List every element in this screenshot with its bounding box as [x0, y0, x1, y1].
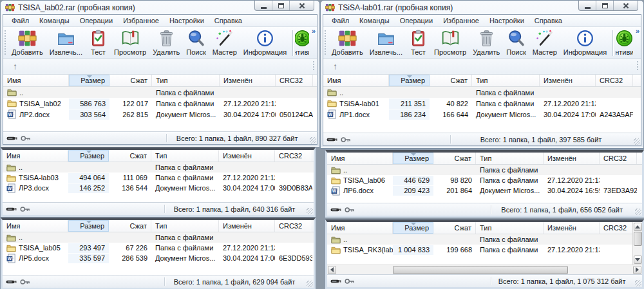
column-header-name[interactable]: Имя	[327, 153, 393, 164]
title-bar[interactable]: TSiSA-lab01.rar (пробная копия)	[321, 1, 643, 14]
column-header-modified[interactable]: Изменён	[540, 75, 596, 86]
column-header-type[interactable]: Тип	[151, 220, 219, 232]
column-header-size[interactable]: Размер	[69, 75, 109, 86]
delete-button[interactable]: Удалить	[149, 28, 183, 57]
file-row[interactable]: WЛР3.docx146 252136 544Документ Micros..…	[3, 183, 314, 193]
resize-grip[interactable]	[635, 280, 641, 286]
resize-grip[interactable]	[307, 281, 313, 287]
file-row[interactable]: TSiSA-lab03494 064111 069Папка с файлами…	[3, 172, 314, 183]
toolbar-overflow-chevron[interactable]: »	[312, 27, 315, 35]
column-header-packed[interactable]: Сжат	[109, 150, 151, 162]
column-header-packed[interactable]: Сжат	[109, 75, 152, 86]
horizontal-scroll-thumb[interactable]	[393, 266, 569, 274]
column-header-size[interactable]: Размер	[393, 153, 433, 164]
vertical-scrollbar[interactable]	[632, 222, 642, 265]
column-header-name[interactable]: Имя	[3, 150, 68, 162]
up-one-level-button[interactable]: ↑	[327, 62, 343, 71]
extract-button[interactable]: Извлечь...	[46, 28, 86, 57]
scroll-down-button[interactable]	[634, 256, 642, 264]
column-header-name[interactable]: Имя	[323, 75, 389, 86]
file-row[interactable]: WЛР2.docx303 564262 815Документ Micros..…	[3, 109, 317, 120]
menu-item-3[interactable]: Избранное	[118, 15, 164, 26]
column-header-modified[interactable]: Изменён	[219, 150, 275, 162]
column-header-modified[interactable]: Изменён	[220, 75, 276, 86]
column-header-type[interactable]: Тип	[152, 75, 220, 86]
column-header-name[interactable]: Имя	[3, 75, 69, 86]
column-header-modified[interactable]: Изменён	[544, 222, 600, 234]
delete-button[interactable]: Удалить	[469, 28, 503, 57]
file-row[interactable]: WЛР6.docx209 423201 864Документ Micros..…	[327, 185, 642, 196]
menu-item-2[interactable]: Операции	[395, 15, 438, 26]
column-header-size[interactable]: Размер	[389, 75, 430, 86]
column-header-size[interactable]: Размер	[68, 150, 109, 162]
column-header-type[interactable]: Тип	[476, 153, 544, 164]
extract-button[interactable]: Извлечь...	[366, 28, 406, 57]
resize-grip[interactable]	[635, 209, 641, 215]
minimize-button[interactable]	[255, 1, 272, 10]
test-button[interactable]: Тест	[86, 28, 111, 57]
file-row[interactable]: ..Папка с файлами	[3, 87, 317, 98]
column-header-packed[interactable]: Сжат	[433, 222, 476, 234]
menu-item-4[interactable]: Настройки	[484, 15, 529, 26]
close-button[interactable]	[614, 1, 638, 10]
restore-button[interactable]	[596, 1, 614, 10]
column-header-packed[interactable]: Сжат	[433, 153, 476, 164]
column-header-crc[interactable]: CRC32	[596, 75, 633, 86]
file-row[interactable]: TSiSA-lab01211 35140 822Папка с файлами2…	[323, 98, 641, 109]
file-row[interactable]: WЛР1.docx186 234166 644Документ Micros..…	[323, 109, 641, 120]
toolbar-overflow-chevron[interactable]: »	[636, 27, 639, 35]
menu-item-0[interactable]: Файл	[327, 15, 354, 26]
column-header-crc[interactable]: CRC32	[276, 75, 313, 86]
horizontal-scrollbar[interactable]	[327, 265, 642, 274]
menu-item-5[interactable]: Справка	[209, 15, 247, 26]
column-header-modified[interactable]: Изменён	[219, 220, 275, 232]
menu-item-2[interactable]: Операции	[75, 15, 118, 26]
menu-item-1[interactable]: Команды	[354, 15, 395, 26]
column-header-packed[interactable]: Сжат	[109, 220, 151, 232]
column-header-crc[interactable]: CRC32	[275, 220, 312, 232]
wizard-button[interactable]: Мастер	[529, 28, 560, 57]
file-row[interactable]: TSISA_lab05293 49767 226Папка с файлами2…	[3, 243, 314, 253]
antivirus-button[interactable]: Антивир	[616, 28, 633, 57]
view-button[interactable]: Просмотр	[431, 28, 469, 57]
info-button[interactable]: Информация	[240, 28, 290, 57]
column-header-modified[interactable]: Изменён	[544, 153, 600, 164]
test-button[interactable]: Тест	[406, 28, 431, 57]
search-button[interactable]: Поиск	[183, 28, 209, 57]
vertical-scroll-thumb[interactable]	[634, 232, 642, 246]
resize-grip[interactable]	[307, 208, 313, 214]
column-header-size[interactable]: Размер	[68, 220, 109, 232]
column-header-type[interactable]: Тип	[151, 150, 219, 162]
column-header-size[interactable]: Размер	[393, 222, 433, 234]
file-row[interactable]: TSISA_lab06446 62998 820Папка с файлами2…	[327, 175, 642, 185]
resize-grip[interactable]	[634, 138, 640, 145]
antivirus-button[interactable]: Антивир	[295, 28, 309, 57]
column-header-type[interactable]: Тип	[472, 75, 540, 86]
menu-item-3[interactable]: Избранное	[438, 15, 484, 26]
title-bar[interactable]: TSISA_lab02.rar (пробная копия)	[1, 1, 319, 14]
menu-item-4[interactable]: Настройки	[164, 15, 209, 26]
up-one-level-button[interactable]: ↑	[7, 62, 23, 71]
column-header-crc[interactable]: CRC32	[600, 153, 637, 164]
file-row[interactable]: ..Папка с файлами	[3, 162, 314, 172]
menu-item-1[interactable]: Команды	[34, 15, 75, 26]
scroll-right-button[interactable]	[633, 266, 641, 274]
resize-grip[interactable]	[310, 137, 316, 144]
file-row[interactable]: ..Папка с файлами	[327, 234, 642, 245]
file-row[interactable]: TSISA_lab02586 763122 017Папка с файлами…	[3, 98, 317, 109]
restore-button[interactable]	[272, 1, 290, 10]
search-button[interactable]: Поиск	[503, 28, 529, 57]
file-row[interactable]: WЛР5.docx335 597286 539Документ Micros..…	[3, 253, 314, 263]
column-header-crc[interactable]: CRC32	[600, 222, 637, 234]
file-row[interactable]: ..Папка с файлами	[327, 165, 642, 175]
add-button[interactable]: Добавить	[8, 28, 46, 57]
column-header-type[interactable]: Тип	[476, 222, 544, 234]
view-button[interactable]: Просмотр	[111, 28, 149, 57]
file-row[interactable]: ..Папка с файлами	[3, 232, 314, 243]
scroll-up-button[interactable]	[634, 223, 642, 231]
menu-item-5[interactable]: Справка	[529, 15, 567, 26]
minimize-button[interactable]	[579, 1, 596, 10]
info-button[interactable]: Информация	[560, 28, 610, 57]
scroll-left-button[interactable]	[328, 266, 336, 274]
file-row[interactable]: TSISA_RK3(lab06)1 004 833199 668Папка с …	[327, 245, 642, 255]
